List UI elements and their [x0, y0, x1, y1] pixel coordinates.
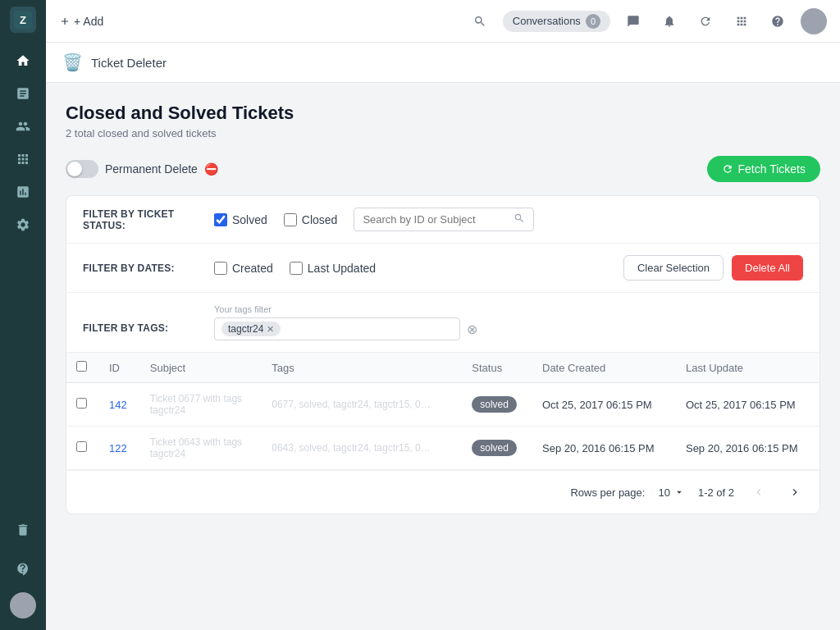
col-header-id: ID: [99, 353, 140, 383]
tickets-table: ID Subject Tags Status Date Created Last…: [66, 353, 819, 470]
conversations-button[interactable]: Conversations 0: [503, 11, 610, 32]
sidebar-item-users[interactable]: [8, 112, 38, 141]
user-avatar[interactable]: [801, 8, 827, 34]
page-subtitle: 2 total closed and solved tickets: [66, 127, 820, 139]
add-button[interactable]: + Add: [59, 15, 103, 28]
app-logo: Z: [10, 7, 36, 33]
row-checkbox[interactable]: [76, 441, 87, 452]
sidebar-item-settings[interactable]: [8, 210, 38, 240]
filter-created-label: Created: [232, 262, 273, 275]
filter-solved-label: Solved: [232, 213, 267, 226]
col-header-status: Status: [462, 353, 532, 383]
filter-status-label: FILTER BY TICKET STATUS:: [83, 208, 198, 231]
ticket-id[interactable]: 142: [109, 399, 127, 411]
tag-chip-close[interactable]: ✕: [267, 324, 274, 335]
actions-bar: Permanent Delete ⛔ Fetch Tickets: [66, 156, 820, 182]
filter-solved-checkbox[interactable]: Solved: [214, 213, 267, 226]
page-info: 1-2 of 2: [698, 486, 734, 499]
grid-button[interactable]: [728, 8, 755, 34]
ticket-tags: 0643, solved, tagctr24, tagctr15, 0643, …: [272, 442, 436, 454]
fetch-tickets-label: Fetch Tickets: [738, 162, 806, 176]
tickets-table-body: 142 Ticket 0677 with tags tagctr24 0677,…: [66, 383, 819, 470]
sidebar-item-reports[interactable]: [8, 177, 38, 207]
tag-chip: tagctr24 ✕: [221, 322, 281, 336]
filter-status-options: Solved Closed: [214, 208, 803, 231]
tags-input-area[interactable]: tagctr24 ✕: [214, 317, 460, 340]
ticket-date-created: Sep 20, 2016 06:15 PM: [532, 427, 676, 470]
permanent-delete-toggle[interactable]: [66, 160, 98, 178]
sidebar-item-tickets[interactable]: [8, 79, 38, 108]
filter-last-updated-label: Last Updated: [308, 262, 376, 275]
page-header-title: Ticket Deleter: [91, 56, 167, 70]
ticket-subject-line1: Ticket 0643 with tags: [150, 436, 252, 448]
main-wrapper: + Add Conversations 0 🗑️ Ticket Deleter: [46, 0, 840, 630]
filter-tags-label: FILTER BY TAGS:: [83, 304, 198, 334]
page-header-icon: 🗑️: [62, 52, 83, 72]
filter-created-checkbox[interactable]: Created: [214, 262, 273, 275]
search-icon: [514, 212, 525, 226]
avatar: [10, 592, 36, 619]
conversations-badge: 0: [586, 14, 600, 29]
rows-per-page-select[interactable]: 10: [658, 486, 684, 499]
tags-clear-all-button[interactable]: ⊗: [467, 322, 477, 337]
filter-closed-label: Closed: [302, 213, 338, 226]
sidebar: Z: [0, 0, 46, 630]
search-button[interactable]: [467, 8, 493, 34]
content-area: Closed and Solved Tickets 2 total closed…: [46, 83, 840, 630]
filter-closed-input[interactable]: [284, 213, 297, 226]
ticket-id[interactable]: 122: [109, 442, 127, 454]
permanent-delete-label: Permanent Delete: [105, 162, 198, 176]
select-all-checkbox[interactable]: [76, 361, 87, 372]
ticket-date-created: Oct 25, 2017 06:15 PM: [532, 383, 676, 427]
notifications-button[interactable]: [656, 8, 682, 34]
ticket-subject-line2: tagctr24: [150, 404, 252, 416]
col-header-date-created: Date Created: [532, 353, 676, 383]
filter-status-row: FILTER BY TICKET STATUS: Solved Closed: [66, 196, 819, 244]
col-header-tags: Tags: [262, 353, 462, 383]
filter-solved-input[interactable]: [214, 213, 227, 226]
next-page-button[interactable]: [783, 481, 806, 504]
col-header-subject: Subject: [140, 353, 262, 383]
tickets-table-container: ID Subject Tags Status Date Created Last…: [66, 353, 819, 470]
tag-value: tagctr24: [228, 323, 263, 335]
tags-filter-hint: Your tags filter: [214, 304, 477, 314]
sidebar-item-support[interactable]: [8, 555, 38, 584]
ticket-tags: 0677, solved, tagctr24, tagctr15, 0677, …: [272, 399, 436, 410]
refresh-button[interactable]: [692, 8, 719, 34]
row-checkbox[interactable]: [76, 398, 87, 409]
sidebar-item-apps[interactable]: [8, 144, 38, 174]
search-container: [354, 208, 534, 231]
filter-last-updated-checkbox[interactable]: Last Updated: [290, 262, 376, 275]
col-header-last-update: Last Update: [676, 353, 819, 383]
ticket-subject-line1: Ticket 0677 with tags: [150, 393, 252, 404]
sidebar-item-profile[interactable]: [8, 591, 38, 620]
filter-tags-input-container: Your tags filter tagctr24 ✕ ⊗: [214, 304, 477, 340]
filter-created-input[interactable]: [214, 262, 227, 275]
filter-dates-label: FILTER BY DATES:: [83, 262, 198, 274]
rows-per-page-label: Rows per page:: [570, 486, 645, 499]
table-header-row: ID Subject Tags Status Date Created Last…: [66, 353, 819, 383]
sidebar-item-home[interactable]: [8, 46, 38, 75]
delete-warning-icon: ⛔: [204, 162, 218, 176]
sidebar-item-trash[interactable]: [8, 515, 38, 545]
topbar: + Add Conversations 0: [46, 0, 840, 43]
filter-closed-checkbox[interactable]: Closed: [284, 213, 338, 226]
filter-dates-row: FILTER BY DATES: Created Last Updated Cl…: [66, 244, 819, 293]
add-label: + Add: [74, 15, 103, 28]
filter-last-updated-input[interactable]: [290, 262, 303, 275]
page-title: Closed and Solved Tickets: [66, 103, 820, 124]
filter-actions: Clear Selection Delete All: [623, 255, 803, 281]
table-row: 122 Ticket 0643 with tags tagctr24 0643,…: [66, 427, 819, 470]
delete-all-button[interactable]: Delete All: [732, 255, 803, 281]
table-row: 142 Ticket 0677 with tags tagctr24 0677,…: [66, 383, 819, 427]
chat-button[interactable]: [620, 8, 646, 34]
search-input[interactable]: [363, 213, 509, 226]
help-button[interactable]: [765, 8, 791, 34]
filter-panel: FILTER BY TICKET STATUS: Solved Closed: [66, 195, 820, 514]
fetch-tickets-button[interactable]: Fetch Tickets: [707, 156, 820, 182]
ticket-last-update: Oct 25, 2017 06:15 PM: [676, 383, 819, 427]
prev-page-button[interactable]: [747, 481, 770, 504]
filter-tags-row: FILTER BY TAGS: Your tags filter tagctr2…: [66, 293, 819, 353]
permanent-delete-toggle-container: Permanent Delete ⛔: [66, 160, 218, 178]
clear-selection-button[interactable]: Clear Selection: [623, 255, 724, 281]
